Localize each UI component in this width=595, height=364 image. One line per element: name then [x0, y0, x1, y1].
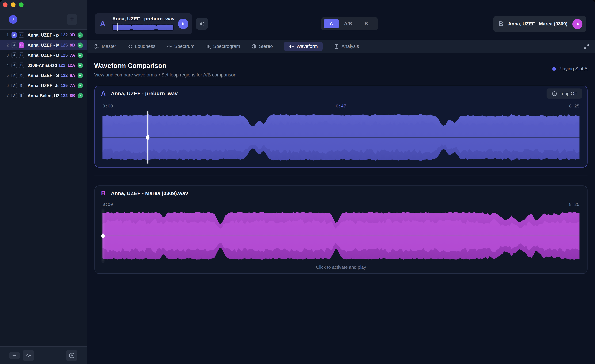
slot-a-badge[interactable]: A: [12, 52, 17, 58]
analyzed-check-icon: [78, 42, 83, 48]
analysis-icon: [334, 44, 339, 49]
slot-a-badge[interactable]: A: [12, 42, 17, 48]
slot-b-badge[interactable]: B: [19, 93, 24, 98]
slot-b-badge[interactable]: B: [19, 83, 24, 88]
slot-a-badge[interactable]: A: [12, 73, 17, 78]
slot-b-badge[interactable]: B: [19, 32, 24, 38]
track-row[interactable]: 6ABAnna, UZEF -Juna...1257A: [0, 80, 87, 91]
tab-spectrum[interactable]: Spectrum: [167, 44, 194, 49]
time-start: 0:00: [102, 202, 113, 207]
tab-loudness[interactable]: Loudness: [128, 44, 156, 49]
slot-a-progress-bar[interactable]: [112, 24, 174, 31]
page-title: Waveform Comparison: [94, 62, 588, 70]
page-header: Waveform Comparison View and compare wav…: [87, 53, 595, 78]
tab-spectrogram[interactable]: Spectrogram: [205, 44, 240, 49]
cards-divider: [94, 175, 588, 176]
tab-stereo[interactable]: Stereo: [251, 44, 273, 49]
track-row[interactable]: 5ABAnna, UZEF - Sar...1228A: [0, 70, 87, 80]
slot-a-badge[interactable]: A: [12, 32, 17, 38]
track-number: 6: [3, 83, 9, 88]
tab-label: Spectrogram: [213, 44, 240, 49]
volume-button[interactable]: [196, 18, 208, 30]
track-key: 8B: [70, 43, 75, 48]
card-a-header: A Anna, UZEF - preburn .wav Loop Off: [101, 88, 582, 99]
time-end: 8:25: [569, 104, 580, 109]
slot-a-badge[interactable]: A: [12, 83, 17, 88]
slot-a-badge[interactable]: A: [12, 93, 17, 98]
pause-icon: [180, 21, 186, 27]
track-row[interactable]: 3ABAnna, UZEF - Dan...1257A: [0, 50, 87, 60]
remove-track-button[interactable]: [9, 352, 20, 359]
status-text: Playing Slot A: [558, 66, 588, 72]
tab-label: Spectrum: [174, 44, 194, 49]
slot-a-badge[interactable]: A: [12, 63, 17, 68]
time-end: 8:25: [569, 202, 580, 207]
play-icon: [575, 21, 580, 27]
add-track-button[interactable]: +: [67, 14, 77, 25]
track-number: 3: [3, 53, 9, 58]
waveform-view: Waveform Comparison View and compare wav…: [87, 53, 595, 364]
slot-b-badge[interactable]: B: [19, 63, 24, 68]
close-window-button[interactable]: [3, 2, 7, 7]
ab-mode-toggle: AA/BB: [321, 17, 378, 30]
tab-label: Analysis: [341, 44, 359, 49]
playhead-a[interactable]: [148, 111, 148, 164]
analyzed-check-icon: [78, 63, 83, 68]
tab-master[interactable]: Master: [94, 44, 116, 49]
slot-b-player[interactable]: B Anna, UZEF - Marea (0309)....: [493, 16, 586, 32]
slot-b-badge[interactable]: B: [19, 73, 24, 78]
import-download-icon: [69, 352, 75, 359]
pause-button[interactable]: [178, 19, 188, 29]
slot-b-badge[interactable]: B: [19, 52, 24, 58]
tab-analysis[interactable]: Analysis: [334, 44, 359, 49]
track-name: 0108-Anna-izdih...: [28, 63, 57, 68]
mode-option-a[interactable]: A: [324, 19, 339, 28]
track-row[interactable]: 7ABAnna Belen, UZE...1228B: [0, 91, 87, 101]
track-bpm: 122: [61, 73, 68, 78]
analyzed-check-icon: [78, 53, 83, 58]
loop-label: Loop Off: [560, 91, 577, 96]
analyzed-check-icon: [78, 73, 83, 78]
mode-option-b[interactable]: B: [357, 19, 375, 28]
loop-toggle-button[interactable]: Loop Off: [546, 89, 582, 98]
track-row[interactable]: 1ABAnna, UZEF - pre...1223B: [0, 30, 87, 40]
playhead-b[interactable]: [103, 209, 103, 262]
loudness-icon: [128, 44, 133, 49]
card-a-letter: A: [101, 90, 106, 97]
track-row[interactable]: 2ABAnna, UZEF - Mar...1258B: [0, 40, 87, 50]
mode-option-ab[interactable]: A/B: [339, 19, 357, 28]
waveform-card-b[interactable]: B Anna, UZEF - Marea (0309).wav 0:00 8:2…: [94, 185, 588, 274]
waveform-a-display[interactable]: [102, 112, 580, 163]
waveform-card-a[interactable]: A Anna, UZEF - preburn .wav Loop Off 0:0…: [94, 86, 588, 168]
page-subtitle: View and compare waveforms • Set loop re…: [94, 72, 588, 78]
view-tabs: MasterLoudnessSpectrumSpectrogramStereoW…: [87, 40, 595, 53]
track-number: 2: [3, 43, 9, 48]
track-key: 12A: [67, 63, 75, 68]
main-area: A Anna, UZEF - preburn .wav AA/BB B Anna…: [87, 0, 595, 364]
tab-waveform[interactable]: Waveform: [284, 42, 323, 51]
loop-icon: [552, 91, 557, 96]
track-list: 1ABAnna, UZEF - pre...1223B2ABAnna, UZEF…: [0, 30, 87, 346]
fullscreen-expand-button[interactable]: [582, 43, 590, 49]
analyzed-check-icon: [78, 32, 83, 38]
app-window: 7 + 1ABAnna, UZEF - pre...1223B2ABAnna, …: [0, 0, 595, 364]
waveform-b-display[interactable]: [102, 210, 580, 261]
slot-a-player[interactable]: A Anna, UZEF - preburn .wav: [95, 13, 192, 34]
slot-b-letter: B: [498, 20, 503, 28]
playhead-dot: [101, 234, 105, 238]
analyze-button[interactable]: [23, 350, 34, 361]
play-button[interactable]: [572, 19, 582, 29]
minimize-window-button[interactable]: [11, 2, 15, 7]
master-icon: [94, 44, 99, 49]
slot-a-title: Anna, UZEF - preburn .wav: [112, 16, 175, 21]
slot-b-badge[interactable]: B: [19, 42, 24, 48]
track-bpm: 122: [61, 33, 68, 37]
track-row[interactable]: 4AB0108-Anna-izdih...12212A: [0, 60, 87, 70]
mini-playhead[interactable]: [117, 23, 118, 31]
export-button[interactable]: [66, 350, 77, 361]
zoom-window-button[interactable]: [19, 2, 23, 7]
playhead-dot: [146, 135, 149, 140]
waveform-icon: [289, 44, 294, 49]
pulse-icon: [25, 352, 32, 359]
card-b-timeline: 0:00 8:25: [102, 202, 580, 207]
